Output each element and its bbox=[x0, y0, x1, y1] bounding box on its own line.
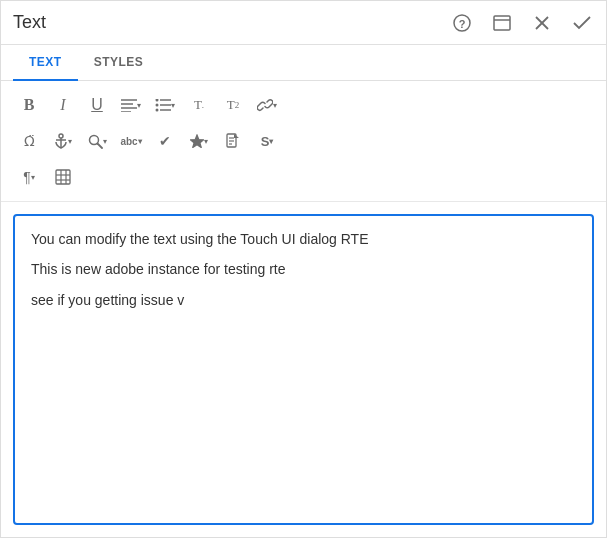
table-button[interactable] bbox=[47, 161, 79, 193]
editor-line-2: This is new adobe instance for testing r… bbox=[31, 258, 576, 280]
dialog-header: Text ? bbox=[1, 1, 606, 45]
help-icon[interactable]: ? bbox=[450, 11, 474, 35]
check-button[interactable]: ✔ bbox=[149, 125, 181, 157]
header-icons: ? bbox=[450, 11, 594, 35]
toolbar-row-1: B I U ▾ bbox=[13, 89, 594, 121]
close-icon[interactable] bbox=[530, 11, 554, 35]
svg-point-15 bbox=[156, 108, 159, 111]
find-button[interactable]: ▾ bbox=[81, 125, 113, 157]
rte-editor[interactable]: You can modify the text using the Touch … bbox=[13, 214, 594, 525]
svg-text:?: ? bbox=[459, 17, 466, 29]
confirm-icon[interactable] bbox=[570, 11, 594, 35]
link-button[interactable]: ▾ bbox=[251, 89, 283, 121]
text-dialog: Text ? bbox=[0, 0, 607, 538]
svg-marker-21 bbox=[191, 135, 204, 148]
tab-styles[interactable]: STYLES bbox=[78, 45, 160, 81]
toolbar-row-2: Ω̈ ▾ ▾ abc▾ ✔ bbox=[13, 125, 594, 157]
align-button[interactable]: ▾ bbox=[115, 89, 147, 121]
svg-point-11 bbox=[156, 99, 159, 102]
svg-point-13 bbox=[156, 103, 159, 106]
toolbar-row-3: ¶▾ bbox=[13, 161, 594, 193]
content-area: You can modify the text using the Touch … bbox=[1, 202, 606, 537]
editor-line-1: You can modify the text using the Touch … bbox=[31, 228, 576, 250]
svg-rect-2 bbox=[494, 16, 510, 30]
tab-text[interactable]: TEXT bbox=[13, 45, 78, 81]
rating-button[interactable]: ▾ bbox=[183, 125, 215, 157]
dialog-title: Text bbox=[13, 12, 450, 33]
superscript-button[interactable]: T2 bbox=[217, 89, 249, 121]
special-chars-button[interactable]: Ω̈ bbox=[13, 125, 45, 157]
bold-button[interactable]: B bbox=[13, 89, 45, 121]
italic-button[interactable]: I bbox=[47, 89, 79, 121]
list-button[interactable]: ▾ bbox=[149, 89, 181, 121]
source-button[interactable]: S▾ bbox=[251, 125, 283, 157]
underline-button[interactable]: U bbox=[81, 89, 113, 121]
tabs-bar: TEXT STYLES bbox=[1, 45, 606, 81]
rte-toolbar: B I U ▾ bbox=[1, 81, 606, 202]
paragraph-button[interactable]: ¶▾ bbox=[13, 161, 45, 193]
svg-rect-26 bbox=[56, 170, 70, 184]
svg-line-20 bbox=[97, 143, 102, 148]
fileref-button[interactable] bbox=[217, 125, 249, 157]
editor-line-3: see if you getting issue v bbox=[31, 289, 576, 311]
fullscreen-icon[interactable] bbox=[490, 11, 514, 35]
anchor-button[interactable]: ▾ bbox=[47, 125, 79, 157]
spellcheck-button[interactable]: abc▾ bbox=[115, 125, 147, 157]
subscript-button[interactable]: T. bbox=[183, 89, 215, 121]
svg-point-16 bbox=[59, 134, 63, 138]
